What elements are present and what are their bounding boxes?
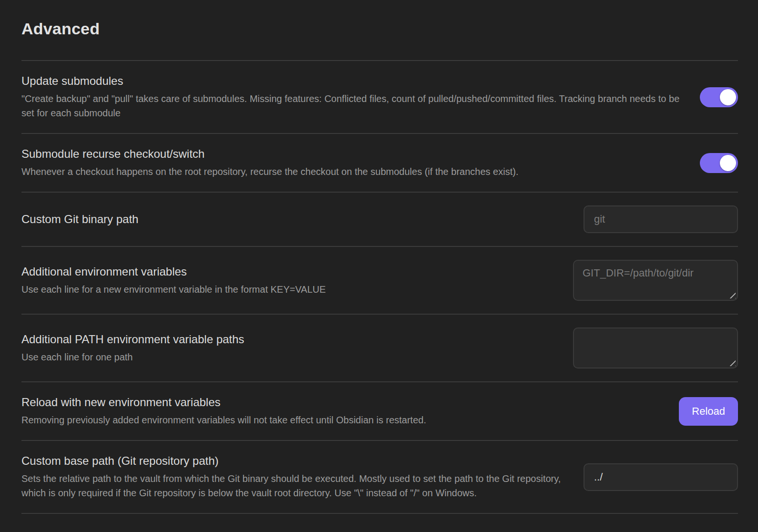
- setting-name: Reload with new environment variables: [21, 395, 660, 409]
- textarea-wrapper: [573, 327, 738, 368]
- setting-row-custom-base-path: Custom base path (Git repository path) S…: [21, 440, 738, 513]
- setting-info: Submodule recurse checkout/switch Whenev…: [21, 147, 681, 179]
- setting-name: Update submodules: [21, 74, 681, 88]
- setting-control: [700, 153, 738, 173]
- setting-control: [584, 205, 738, 233]
- setting-description: "Create backup" and "pull" takes care of…: [21, 92, 681, 120]
- setting-name: Additional PATH environment variable pat…: [21, 332, 554, 347]
- setting-control: [573, 260, 738, 301]
- setting-control: [584, 463, 738, 491]
- setting-info: Update submodules "Create backup" and "p…: [21, 74, 681, 120]
- setting-description: Use each line for a new environment vari…: [21, 282, 554, 297]
- setting-info: Custom Git binary path: [21, 212, 564, 226]
- setting-description: Use each line for one path: [21, 350, 554, 364]
- setting-info: Reload with new environment variables Re…: [21, 395, 660, 427]
- setting-row-submodule-recurse: Submodule recurse checkout/switch Whenev…: [21, 133, 738, 192]
- setting-info: Additional PATH environment variable pat…: [21, 332, 554, 364]
- setting-control: [700, 87, 738, 107]
- path-env-paths-textarea[interactable]: [573, 327, 738, 368]
- settings-panel: Advanced Update submodules "Create backu…: [0, 0, 758, 514]
- setting-row-git-binary-path: Custom Git binary path: [21, 192, 738, 246]
- setting-info: Custom base path (Git repository path) S…: [21, 454, 564, 500]
- setting-row-update-submodules: Update submodules "Create backup" and "p…: [21, 60, 738, 133]
- setting-row-reload-env: Reload with new environment variables Re…: [21, 381, 738, 440]
- custom-base-path-input[interactable]: [584, 463, 738, 491]
- setting-name: Custom base path (Git repository path): [21, 454, 564, 468]
- bottom-divider: [21, 513, 738, 514]
- toggle-knob-icon: [720, 89, 736, 105]
- page-title: Advanced: [21, 18, 738, 39]
- setting-name: Submodule recurse checkout/switch: [21, 147, 681, 161]
- setting-description: Sets the relative path to the vault from…: [21, 471, 564, 500]
- setting-name: Custom Git binary path: [21, 212, 564, 226]
- setting-row-path-env-paths: Additional PATH environment variable pat…: [21, 314, 738, 381]
- setting-description: Removing previously added environment va…: [21, 413, 660, 427]
- setting-name: Additional environment variables: [21, 265, 554, 279]
- reload-button[interactable]: Reload: [679, 397, 738, 426]
- setting-control: Reload: [679, 397, 738, 426]
- update-submodules-toggle[interactable]: [700, 87, 738, 107]
- setting-description: Whenever a checkout happens on the root …: [21, 164, 681, 179]
- git-binary-path-input[interactable]: [584, 205, 738, 233]
- setting-control: [573, 327, 738, 368]
- textarea-wrapper: [573, 260, 738, 301]
- toggle-knob-icon: [720, 155, 736, 171]
- setting-info: Additional environment variables Use eac…: [21, 265, 554, 297]
- submodule-recurse-toggle[interactable]: [700, 153, 738, 173]
- env-variables-textarea[interactable]: [573, 260, 738, 301]
- setting-row-env-variables: Additional environment variables Use eac…: [21, 246, 738, 314]
